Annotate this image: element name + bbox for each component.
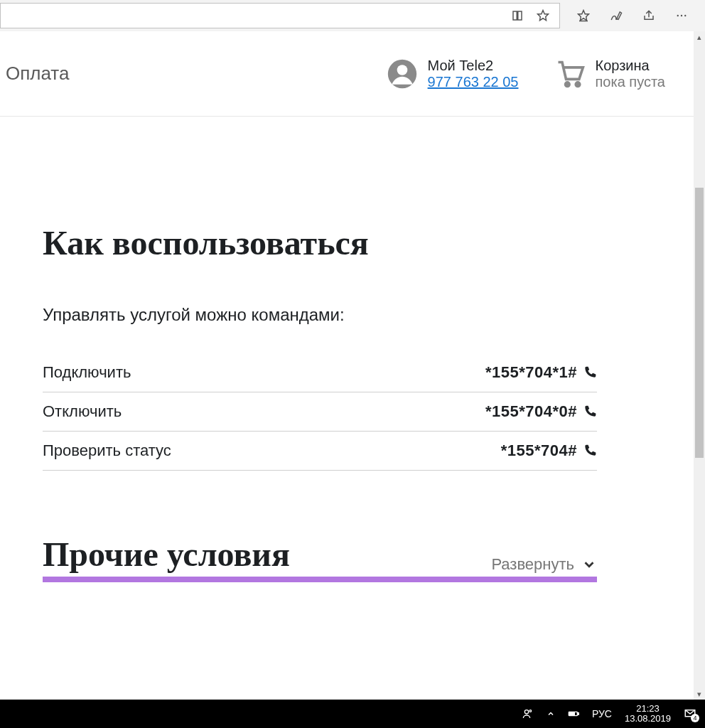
- scroll-up-icon[interactable]: ▴: [694, 31, 705, 43]
- command-row: Отключить *155*704*0#: [43, 392, 597, 432]
- main-content: Как воспользоваться Управлять услугой мо…: [0, 117, 640, 582]
- phone-icon[interactable]: [583, 365, 597, 380]
- other-title: Прочие условия: [43, 535, 290, 574]
- howto-title: Как воспользоваться: [43, 223, 369, 262]
- cart-status: пока пуста: [596, 74, 666, 90]
- svg-point-8: [565, 82, 569, 86]
- nav-payment[interactable]: Оплата: [6, 63, 69, 85]
- expand-label: Развернуть: [491, 555, 574, 574]
- command-row: Подключить *155*704*1#: [43, 353, 597, 392]
- browser-actions: [560, 9, 705, 22]
- site-header: Оплата Мой Tele2 977 763 22 05 Корзина п…: [0, 31, 694, 117]
- svg-marker-1: [578, 11, 589, 21]
- notification-badge: 4: [691, 714, 699, 722]
- cart-label: Корзина: [596, 58, 666, 74]
- cart-block[interactable]: Корзина пока пуста: [554, 58, 666, 90]
- people-icon[interactable]: [522, 708, 534, 719]
- svg-marker-0: [538, 11, 549, 21]
- notes-icon[interactable]: [610, 9, 623, 22]
- howto-title-text: Как воспользоваться: [43, 224, 369, 262]
- command-code: *155*704*0#: [485, 402, 577, 421]
- battery-icon[interactable]: [568, 708, 579, 719]
- account-block[interactable]: Мой Tele2 977 763 22 05: [387, 58, 519, 90]
- share-icon[interactable]: [642, 9, 655, 22]
- svg-rect-14: [570, 713, 575, 715]
- svg-point-10: [524, 710, 528, 714]
- phone-icon[interactable]: [583, 405, 597, 419]
- cart-icon: [554, 58, 586, 90]
- url-bar[interactable]: [0, 3, 560, 28]
- svg-point-9: [576, 82, 580, 86]
- svg-rect-13: [578, 713, 578, 715]
- tray-expand-icon[interactable]: [547, 710, 555, 718]
- commands-table: Подключить *155*704*1# Отключить *155*70…: [43, 353, 597, 471]
- svg-point-11: [529, 710, 532, 712]
- notifications-icon[interactable]: 4: [684, 707, 696, 720]
- page-viewport: Оплата Мой Tele2 977 763 22 05 Корзина п…: [0, 31, 694, 700]
- more-icon[interactable]: [675, 9, 688, 22]
- browser-chrome: [0, 0, 705, 31]
- clock-date: 13.08.2019: [625, 714, 671, 724]
- svg-point-5: [684, 15, 686, 16]
- other-conditions-section: Прочие условия Развернуть: [43, 535, 597, 582]
- command-label: Отключить: [43, 402, 122, 421]
- scrollbar[interactable]: ▴ ▾: [694, 31, 705, 700]
- svg-point-7: [397, 65, 407, 75]
- account-phone-link[interactable]: 977 763 22 05: [428, 74, 519, 90]
- expand-button[interactable]: Развернуть: [491, 555, 597, 574]
- avatar-icon: [387, 58, 418, 90]
- command-label: Проверить статус: [43, 441, 171, 460]
- command-row: Проверить статус *155*704#: [43, 432, 597, 471]
- favorites-icon[interactable]: [577, 9, 590, 22]
- language-indicator[interactable]: РУС: [592, 708, 612, 719]
- command-label: Подключить: [43, 363, 131, 382]
- command-code: *155*704#: [501, 441, 577, 460]
- account-label: Мой Tele2: [428, 58, 519, 74]
- chevron-down-icon: [581, 557, 597, 572]
- reading-view-icon[interactable]: [511, 9, 524, 22]
- howto-intro: Управлять услугой можно командами:: [43, 305, 597, 325]
- svg-point-4: [681, 15, 682, 16]
- command-code: *155*704*1#: [485, 363, 577, 382]
- taskbar: РУС 21:23 13.08.2019 4: [0, 700, 705, 728]
- phone-icon[interactable]: [583, 444, 597, 458]
- scrollbar-thumb[interactable]: [695, 188, 704, 458]
- clock-time: 21:23: [636, 704, 660, 714]
- svg-point-3: [677, 15, 679, 16]
- favorite-star-icon[interactable]: [537, 9, 549, 22]
- scroll-down-icon[interactable]: ▾: [694, 688, 705, 700]
- clock[interactable]: 21:23 13.08.2019: [625, 704, 671, 724]
